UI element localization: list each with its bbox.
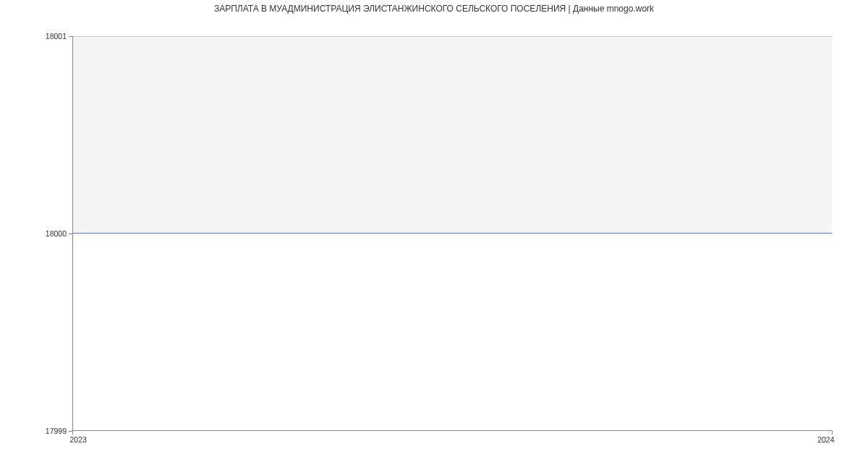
x-axis: [72, 430, 832, 431]
y-tick-label: 17999: [46, 427, 72, 435]
chart-title: ЗАРПЛАТА В МУАДМИНИСТРАЦИЯ ЭЛИСТАНЖИНСКО…: [0, 0, 868, 14]
plot-area: 18001 18000 17999 2023 2024: [72, 36, 832, 431]
data-line: [72, 233, 832, 234]
y-tick-label: 18001: [46, 32, 72, 40]
y-tick-label: 18000: [46, 229, 72, 238]
x-tick-label: 2024: [817, 431, 834, 444]
x-tick-label: 2023: [69, 431, 86, 444]
plot-upper-band: [72, 36, 832, 234]
chart-container: ЗАРПЛАТА В МУАДМИНИСТРАЦИЯ ЭЛИСТАНЖИНСКО…: [0, 0, 868, 470]
plot-lower-band: [72, 234, 832, 431]
y-axis: [72, 36, 73, 431]
